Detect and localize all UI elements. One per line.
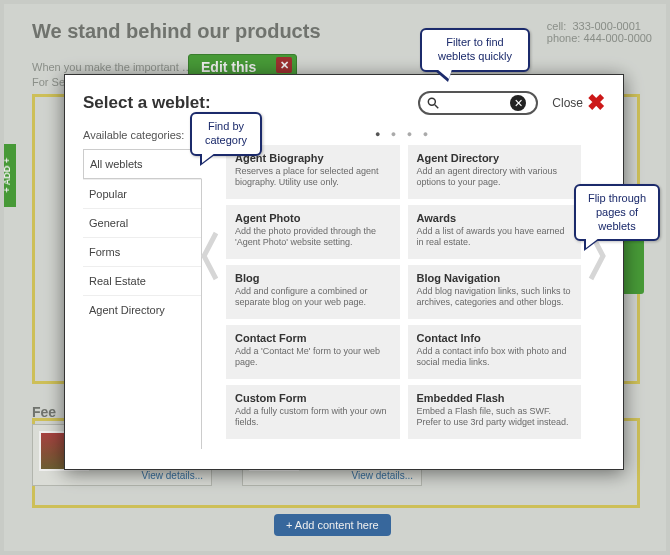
search-icon — [426, 96, 440, 110]
weblet-tile[interactable]: Blog NavigationAdd blog navigation links… — [408, 265, 582, 319]
callout-flip: Flip through pages of weblets — [574, 184, 660, 241]
page-dots[interactable]: ● ● ● ● — [226, 129, 581, 139]
sidebar-title: Available categories: — [83, 129, 201, 141]
weblet-tile[interactable]: Custom FormAdd a fully custom form with … — [226, 385, 400, 439]
svg-line-1 — [435, 105, 439, 109]
weblet-tile[interactable]: Contact InfoAdd a contact info box with … — [408, 325, 582, 379]
prev-page-arrow[interactable] — [198, 229, 222, 283]
clear-search-icon[interactable]: ✕ — [510, 95, 526, 111]
category-sidebar: Available categories: All weblets Popula… — [83, 129, 201, 449]
select-weblet-modal: Select a weblet: ✕ Close ✖ Available cat… — [64, 74, 624, 470]
search-input[interactable] — [440, 96, 510, 110]
close-button[interactable]: Close ✖ — [552, 92, 605, 114]
callout-category: Find by category — [190, 112, 262, 156]
modal-title: Select a weblet: — [83, 93, 211, 113]
svg-point-0 — [429, 98, 436, 105]
weblet-tile[interactable]: Embedded FlashEmbed a Flash file, such a… — [408, 385, 582, 439]
category-forms[interactable]: Forms — [83, 237, 201, 266]
weblet-tile[interactable]: Agent PhotoAdd the photo provided throug… — [226, 205, 400, 259]
modal-header: Select a weblet: ✕ Close ✖ — [83, 91, 605, 115]
close-icon[interactable]: ✖ — [587, 92, 605, 114]
weblet-tile[interactable]: BlogAdd and configure a combined or sepa… — [226, 265, 400, 319]
close-label: Close — [552, 96, 583, 110]
category-popular[interactable]: Popular — [83, 179, 201, 208]
weblet-tile[interactable]: Contact FormAdd a 'Contact Me' form to y… — [226, 325, 400, 379]
weblet-grid-wrap: ● ● ● ● Agent BiographyReserves a place … — [201, 129, 605, 449]
weblet-tile[interactable]: AwardsAdd a list of awards you have earn… — [408, 205, 582, 259]
category-agent-directory[interactable]: Agent Directory — [83, 295, 201, 324]
category-real-estate[interactable]: Real Estate — [83, 266, 201, 295]
weblet-grid: Agent BiographyReserves a place for sele… — [226, 145, 581, 439]
callout-filter: Filter to find weblets quickly — [420, 28, 530, 72]
search-box[interactable]: ✕ — [418, 91, 538, 115]
category-general[interactable]: General — [83, 208, 201, 237]
weblet-tile[interactable]: Agent DirectoryAdd an agent directory wi… — [408, 145, 582, 199]
category-all-weblets[interactable]: All weblets — [83, 149, 202, 179]
